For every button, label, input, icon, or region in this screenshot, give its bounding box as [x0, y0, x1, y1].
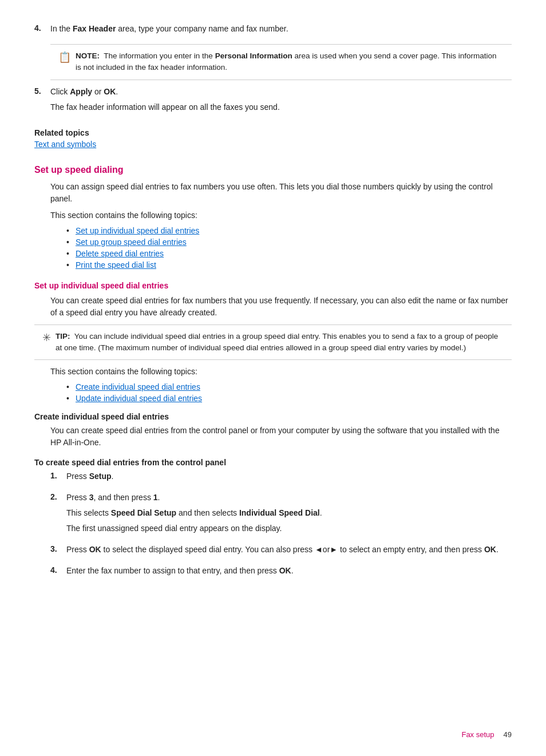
individual-speed-dial-bold: Individual Speed Dial [239, 508, 320, 517]
create-body: You can create speed dial entries from t… [34, 425, 512, 449]
note-label: NOTE: [76, 52, 100, 60]
speed-dialing-links: Set up individual speed dial entries Set… [50, 226, 512, 270]
related-topics-label: Related topics [34, 128, 512, 137]
list-item: Print the speed dial list [66, 260, 512, 270]
step-4-content: In the Fax Header area, type your compan… [50, 23, 512, 38]
step-5-sub: The fax header information will appear o… [50, 101, 512, 113]
individual-entries-body: You can create speed dial entries for fa… [34, 295, 512, 319]
step-5-number: 5. [34, 86, 50, 96]
link-individual-entries[interactable]: Set up individual speed dial entries [76, 226, 199, 235]
cp-step-3-number: 3. [50, 544, 66, 553]
step-4-number: 4. [34, 23, 50, 33]
cp-step-2-sub1: This selects Speed Dial Setup and then s… [66, 507, 512, 519]
note-text: NOTE: The information you enter in the P… [76, 50, 504, 74]
cp-step-1-text: Press Setup. [66, 470, 512, 482]
list-item: Update individual speed dial entries [66, 394, 512, 403]
cp-step-4-number: 4. [50, 565, 66, 575]
cp-step-2-number: 2. [50, 492, 66, 501]
step-5-text: Click Apply or OK. [50, 86, 512, 98]
ok-bold-4: OK [279, 566, 291, 575]
cp-step-4-content: Enter the fax number to assign to that e… [66, 565, 512, 580]
cp-step-1-number: 1. [50, 470, 66, 480]
cp-step-3-content: Press OK to select the displayed speed d… [66, 544, 512, 559]
cp-step-1: 1. Press Setup. [50, 470, 512, 486]
topics-intro: This section contains the following topi… [50, 366, 512, 378]
tip-box: ✳ TIP: You can include individual speed … [34, 324, 512, 361]
tip-text: TIP: You can include individual speed di… [56, 331, 504, 354]
link-group-entries[interactable]: Set up group speed dial entries [76, 238, 187, 247]
num1-bold: 1 [153, 493, 158, 502]
individual-entries-topics: This section contains the following topi… [34, 366, 512, 403]
note-icon: 📋 [58, 51, 71, 64]
link-update-entries[interactable]: Update individual speed dial entries [76, 394, 202, 403]
step-5-content: Click Apply or OK. The fax header inform… [50, 86, 512, 117]
tip-icon: ✳ [42, 331, 51, 344]
ok-bold-3b: OK [484, 545, 496, 554]
cp-step-2-content: Press 3, and then press 1. This selects … [66, 492, 512, 538]
create-intro: You can create speed dial entries from t… [50, 425, 512, 449]
cp-step-4: 4. Enter the fax number to assign to tha… [50, 565, 512, 580]
personal-info-bold: Personal Information [215, 52, 292, 60]
cp-step-2-sub2: The first unassigned speed dial entry ap… [66, 523, 512, 535]
cp-step-1-content: Press Setup. [66, 470, 512, 486]
page-content: 4. In the Fax Header area, type your com… [34, 23, 512, 580]
individual-links-list: Create individual speed dial entries Upd… [50, 382, 512, 403]
related-topics-section: Related topics Text and symbols [34, 128, 512, 149]
num3-bold: 3 [89, 493, 94, 502]
list-item: Set up individual speed dial entries [66, 226, 512, 235]
cp-step-3: 3. Press OK to select the displayed spee… [50, 544, 512, 559]
create-heading: Create individual speed dial entries [34, 412, 512, 421]
speed-dial-setup-bold: Speed Dial Setup [111, 508, 176, 517]
link-print-list[interactable]: Print the speed dial list [76, 260, 156, 270]
control-panel-heading: To create speed dial entries from the co… [34, 458, 512, 467]
apply-bold: Apply [70, 87, 92, 96]
step-4-text: In the Fax Header area, type your compan… [50, 23, 512, 35]
tip-label: TIP: [56, 332, 70, 341]
cp-step-2-text: Press 3, and then press 1. [66, 492, 512, 504]
individual-entries-subheading: Set up individual speed dial entries [34, 281, 512, 290]
list-item: Delete speed dial entries [66, 249, 512, 258]
cp-step-3-text: Press OK to select the displayed speed d… [66, 544, 512, 556]
speed-dialing-section: Set up speed dialing You can assign spee… [34, 165, 512, 581]
note-box: 📋 NOTE: The information you enter in the… [50, 44, 512, 80]
footer-label: Fax setup [461, 730, 494, 739]
step-5: 5. Click Apply or OK. The fax header inf… [34, 86, 512, 117]
setup-bold: Setup [89, 472, 112, 481]
text-symbols-link[interactable]: Text and symbols [34, 140, 96, 149]
arrow-right: ► [330, 545, 338, 554]
list-item: Create individual speed dial entries [66, 382, 512, 391]
individual-entries-intro: You can create speed dial entries for fa… [50, 295, 512, 319]
link-delete-entries[interactable]: Delete speed dial entries [76, 249, 164, 258]
cp-step-2: 2. Press 3, and then press 1. This selec… [50, 492, 512, 538]
speed-dialing-heading: Set up speed dialing [34, 165, 512, 175]
ok-bold: OK [104, 87, 116, 96]
step-4: 4. In the Fax Header area, type your com… [34, 23, 512, 38]
control-panel-steps: 1. Press Setup. 2. Press 3, and then pre… [34, 470, 512, 580]
speed-dialing-body: You can assign speed dial entries to fax… [34, 181, 512, 270]
link-create-entries[interactable]: Create individual speed dial entries [76, 382, 200, 391]
page-footer: Fax setup 49 [461, 730, 512, 739]
speed-dialing-intro1: You can assign speed dial entries to fax… [50, 181, 512, 205]
ok-bold-3: OK [89, 545, 101, 554]
fax-header-bold: Fax Header [73, 24, 116, 33]
list-item: Set up group speed dial entries [66, 238, 512, 247]
footer-page: 49 [504, 730, 512, 739]
arrow-left: ◄ [315, 545, 323, 554]
cp-step-4-text: Enter the fax number to assign to that e… [66, 565, 512, 577]
speed-dialing-intro2: This section contains the following topi… [50, 209, 512, 221]
